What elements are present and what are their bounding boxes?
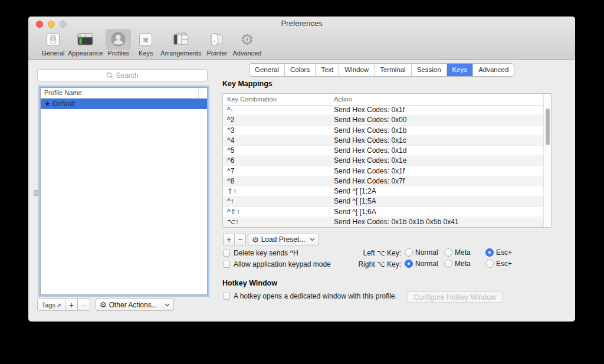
table-scrollbar[interactable] xyxy=(543,94,551,227)
gear-icon: ⚙ xyxy=(235,29,258,50)
tags-button[interactable]: Tags > xyxy=(37,299,65,311)
window-panes-icon xyxy=(168,29,194,50)
tab-advanced[interactable]: Advanced xyxy=(472,64,514,76)
toolbar-item-advanced[interactable]: ⚙Advanced xyxy=(232,29,261,57)
radio-option-esc[interactable]: Esc+ xyxy=(485,260,512,268)
screen-background: Preferences GeneralAppearanceProfiles⌘Ke… xyxy=(0,0,604,364)
key-combination-cell: ^4 xyxy=(223,136,330,145)
window-title: Preferences xyxy=(28,19,575,28)
hotkey-window-heading: Hotkey Window xyxy=(222,279,277,287)
toolbar-item-label: Keys xyxy=(139,50,153,57)
table-body: ^-Send Hex Codes: 0x1f^2Send Hex Codes: … xyxy=(223,105,543,227)
toolbar-item-pointer[interactable]: Pointer xyxy=(204,29,229,57)
key-combination-cell: ^↑ xyxy=(223,197,330,205)
key-mapping-row[interactable]: ^6Send Hex Codes: 0x1e xyxy=(223,156,543,166)
toolbar-item-appearance[interactable]: Appearance xyxy=(68,29,103,57)
radio-label: Esc+ xyxy=(496,260,512,268)
remove-profile-button: − xyxy=(77,299,90,311)
key-mapping-row[interactable]: ^⇧↑Send ^[ [1;6A xyxy=(223,207,543,217)
person-icon xyxy=(106,29,131,50)
toggle-icon xyxy=(41,29,65,50)
toolbar-item-arrangements[interactable]: Arrangements xyxy=(160,29,201,57)
other-actions-dropdown[interactable]: ⚙ Other Actions... xyxy=(96,299,174,311)
key-mapping-row[interactable]: ^-Send Hex Codes: 0x1f xyxy=(223,105,543,115)
radio-option-normal[interactable]: Normal xyxy=(405,248,438,257)
key-mapping-row[interactable]: ^7Send Hex Codes: 0x1f xyxy=(223,166,543,176)
key-combination-cell: ⇧↑ xyxy=(223,187,330,195)
radio-option-normal[interactable]: Normal xyxy=(405,260,438,268)
toolbar-item-label: Advanced xyxy=(232,50,261,57)
key-mapping-row[interactable]: ^8Send Hex Codes: 0x7f xyxy=(223,176,543,186)
load-preset-label: Load Preset... xyxy=(261,235,306,244)
radio-group: Left ⌥ Key:NormalMetaEsc+ xyxy=(28,248,575,258)
action-cell: Send ^[ [1;6A xyxy=(330,208,376,216)
key-combination-cell: ^6 xyxy=(223,156,330,165)
radio-label: Meta xyxy=(455,260,471,268)
profile-list-header-label: Profile Name xyxy=(44,89,82,96)
tab-general[interactable]: General xyxy=(250,64,284,76)
remove-key-mapping-button[interactable]: − xyxy=(234,234,246,245)
radio-button xyxy=(485,248,494,257)
toolbar-item-general[interactable]: General xyxy=(41,29,65,57)
scrollbar-thumb[interactable] xyxy=(546,109,550,145)
window-chrome: Preferences GeneralAppearanceProfiles⌘Ke… xyxy=(28,17,575,60)
tab-text[interactable]: Text xyxy=(315,64,339,76)
key-mapping-row[interactable]: ^4Send Hex Codes: 0x1c xyxy=(223,136,543,146)
add-key-mapping-button[interactable]: + xyxy=(223,234,235,245)
action-cell: Send ^[ [1;5A xyxy=(330,197,376,205)
toolbar-item-profiles[interactable]: Profiles xyxy=(106,29,131,57)
radio-option-esc[interactable]: Esc+ xyxy=(485,248,512,257)
toolbar-item-keys[interactable]: ⌘Keys xyxy=(134,29,157,57)
key-mapping-actions: + − ⚙ Load Preset... xyxy=(223,234,319,245)
chevron-down-icon xyxy=(310,238,315,241)
key-mapping-row[interactable]: ^5Send Hex Codes: 0x1d xyxy=(223,146,543,156)
key-mapping-row[interactable]: ^2Send Hex Codes: 0x00 xyxy=(223,115,543,125)
add-profile-button[interactable]: + xyxy=(65,299,78,311)
column-header-action[interactable]: Action xyxy=(334,96,352,103)
search-icon xyxy=(106,72,113,79)
radio-label: Esc+ xyxy=(496,248,512,257)
tab-window[interactable]: Window xyxy=(339,64,374,76)
action-cell: Send ^[ [1;2A xyxy=(330,187,376,195)
radio-option-meta[interactable]: Meta xyxy=(444,260,471,268)
gear-icon: ⚙ xyxy=(252,236,259,244)
tab-session[interactable]: Session xyxy=(411,64,447,76)
radio-label: Meta xyxy=(455,248,471,257)
search-placeholder: Search xyxy=(116,71,138,80)
preferences-toolbar: GeneralAppearanceProfiles⌘KeysArrangemen… xyxy=(41,29,261,57)
profile-row[interactable]: ★ Default xyxy=(41,99,207,109)
toolbar-item-label: General xyxy=(41,50,64,57)
column-header-key-combination[interactable]: Key Combination xyxy=(227,96,277,103)
key-combination-cell: ^⇧↑ xyxy=(223,208,330,216)
radio-button xyxy=(405,260,413,268)
key-combination-cell: ^- xyxy=(223,106,330,114)
hotkey-checkbox-label: A hotkey opens a dedicated window with t… xyxy=(234,292,397,300)
hotkey-checkbox[interactable] xyxy=(223,293,230,300)
tab-keys[interactable]: Keys xyxy=(447,64,473,76)
key-mappings-heading: Key Mappings xyxy=(222,80,273,88)
chevron-down-icon xyxy=(165,303,170,307)
radio-group-label: Left ⌥ Key: xyxy=(311,249,401,257)
splitter-grip[interactable] xyxy=(34,190,38,196)
load-preset-dropdown[interactable]: ⚙ Load Preset... xyxy=(248,234,319,245)
table-header: Key Combination Action xyxy=(223,94,551,106)
radio-option-meta[interactable]: Meta xyxy=(444,248,471,257)
svg-text:⌘: ⌘ xyxy=(143,36,149,44)
key-combination-cell: ^7 xyxy=(223,167,330,175)
search-field[interactable]: Search xyxy=(37,69,208,81)
key-mapping-row[interactable]: ⇧↑Send ^[ [1;2A xyxy=(223,186,543,196)
gear-icon: ⚙ xyxy=(100,301,107,309)
tab-terminal[interactable]: Terminal xyxy=(374,64,411,76)
action-cell: Send Hex Codes: 0x1e xyxy=(330,156,406,165)
key-mapping-row[interactable]: ⌥↑Send Hex Codes: 0x1b 0x1b 0x5b 0x41 xyxy=(223,217,543,227)
key-combination-cell: ⌥↑ xyxy=(223,218,330,226)
radio-button xyxy=(444,260,452,268)
radio-label: Normal xyxy=(415,260,438,268)
action-cell: Send Hex Codes: 0x1d xyxy=(330,146,406,155)
toolbar-item-label: Pointer xyxy=(206,50,227,57)
key-mapping-row[interactable]: ^↑Send ^[ [1;5A xyxy=(223,196,543,206)
key-mapping-row[interactable]: ^3Send Hex Codes: 0x1b xyxy=(223,126,543,136)
tab-colors[interactable]: Colors xyxy=(284,64,315,76)
profile-list-header[interactable]: Profile Name xyxy=(41,88,207,99)
action-cell: Send Hex Codes: 0x00 xyxy=(330,116,406,124)
